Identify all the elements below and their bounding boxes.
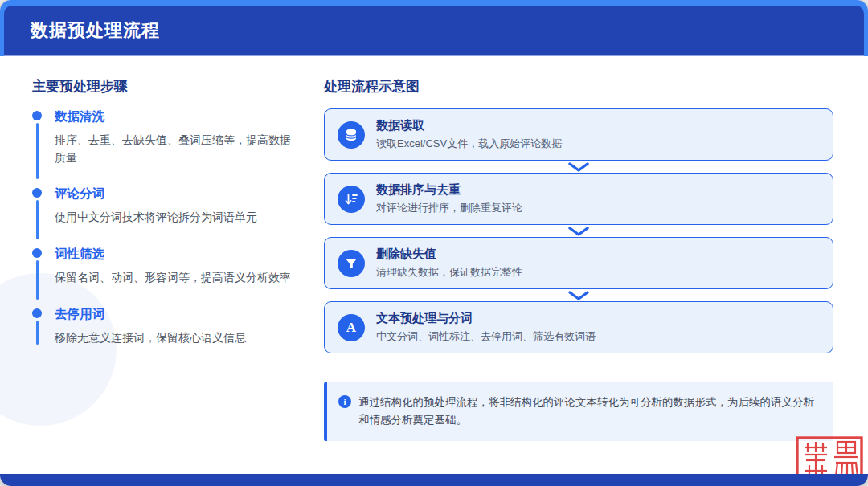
funnel-icon (338, 250, 365, 277)
flow-card-sort-dedup: 数据排序与去重 对评论进行排序，删除重复评论 (324, 173, 833, 225)
timeline-line (36, 200, 39, 239)
flow-card-data-read: 数据读取 读取Excel/CSV文件，载入原始评论数据 (324, 108, 833, 161)
info-note-text: 通过结构化的预处理流程，将非结构化的评论文本转化为可分析的数据形式，为后续的语义… (358, 394, 819, 430)
step-title: 评论分词 (55, 186, 292, 202)
card-description: 中文分词、词性标注、去停用词、筛选有效词语 (376, 329, 596, 344)
timeline-line (36, 123, 39, 179)
sort-descending-icon (338, 186, 365, 213)
card-title: 删除缺失值 (376, 247, 522, 262)
right-section-heading: 处理流程示意图 (324, 77, 833, 96)
flow-arrow-down (324, 289, 833, 301)
timeline-dot (32, 188, 42, 198)
timeline-step-4: 去停用词 移除无意义连接词，保留核心语义信息 (32, 306, 292, 347)
content: 主要预处理步骤 数据清洗 排序、去重、去缺失值、叠词压缩等，提高数据质量 评论分… (0, 56, 868, 462)
left-section-heading: 主要预处理步骤 (32, 77, 292, 96)
slide: 数据预处理流程 主要预处理步骤 数据清洗 排序、去重、去缺失值、叠词压缩等，提高… (0, 0, 868, 486)
card-description: 清理缺失数据，保证数据完整性 (376, 265, 522, 280)
flow-arrow-down (324, 161, 833, 173)
header-accent-strip: 数据预处理流程 (0, 0, 868, 56)
timeline-line (36, 321, 39, 345)
left-column: 主要预处理步骤 数据清洗 排序、去重、去缺失值、叠词压缩等，提高数据质量 评论分… (32, 77, 292, 462)
footer-bar (0, 474, 868, 486)
step-description: 保留名词、动词、形容词等，提高语义分析效率 (55, 269, 292, 287)
timeline-step-1: 数据清洗 排序、去重、去缺失值、叠词压缩等，提高数据质量 (32, 108, 292, 186)
step-title: 词性筛选 (55, 246, 292, 263)
step-description: 移除无意义连接词，保留核心语义信息 (55, 329, 292, 347)
flow-arrow-down (324, 225, 833, 237)
step-description: 使用中文分词技术将评论拆分为词语单元 (55, 209, 292, 227)
card-title: 数据读取 (376, 118, 562, 133)
flow-card-text-preprocess: A 文本预处理与分词 中文分词、词性标注、去停用词、筛选有效词语 (324, 301, 833, 353)
timeline-line (36, 260, 39, 300)
timeline-dot (32, 308, 42, 318)
page-title: 数据预处理流程 (31, 18, 160, 43)
timeline-step-3: 词性筛选 保留名词、动词、形容词等，提高语义分析效率 (32, 246, 292, 306)
info-icon: i (338, 395, 351, 408)
timeline-step-2: 评论分词 使用中文分词技术将评论拆分为词语单元 (32, 186, 292, 246)
timeline-dot (32, 111, 42, 120)
card-title: 文本预处理与分词 (376, 311, 596, 326)
step-title: 去停用词 (55, 306, 292, 323)
info-note: i 通过结构化的预处理流程，将非结构化的评论文本转化为可分析的数据形式，为后续的… (324, 382, 833, 441)
card-description: 读取Excel/CSV文件，载入原始评论数据 (376, 137, 562, 151)
flow-card-remove-missing: 删除缺失值 清理缺失数据，保证数据完整性 (324, 237, 833, 289)
database-icon (338, 121, 365, 149)
card-title: 数据排序与去重 (376, 182, 522, 198)
right-column: 处理流程示意图 数据读取 读取Excel/CSV文件，载入原始评论数据 (324, 77, 833, 462)
step-title: 数据清洗 (55, 108, 292, 125)
step-description: 排序、去重、去缺失值、叠词压缩等，提高数据质量 (55, 132, 292, 166)
timeline-dot (32, 248, 42, 258)
header: 数据预处理流程 (4, 6, 864, 56)
card-description: 对评论进行排序，删除重复评论 (376, 201, 522, 215)
letter-a-icon: A (338, 314, 365, 341)
